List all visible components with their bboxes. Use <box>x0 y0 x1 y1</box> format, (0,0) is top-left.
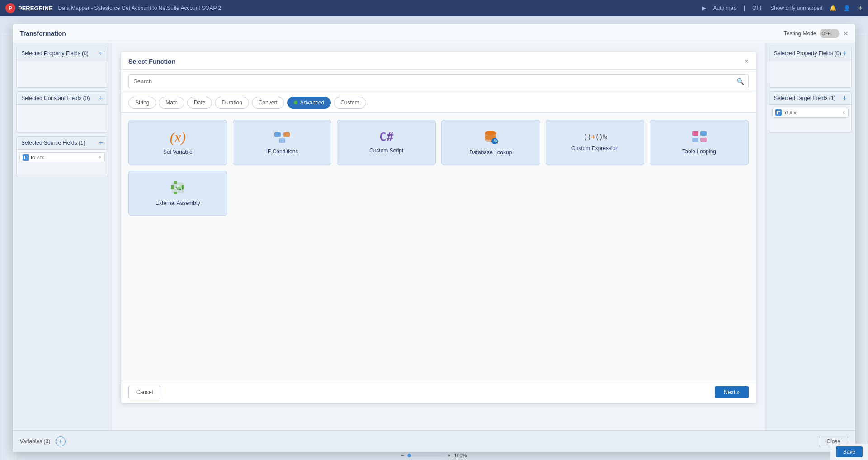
logo-text: PEREGRINE <box>18 5 53 12</box>
set-variable-icon: (x) <box>170 130 186 144</box>
sf-search-input[interactable] <box>128 74 749 88</box>
tab-advanced-dot <box>294 101 297 104</box>
svg-rect-22 <box>777 111 778 114</box>
svg-rect-0 <box>24 156 25 159</box>
card-if-conditions[interactable]: IF Conditions <box>233 120 332 165</box>
variables-add-button[interactable]: + <box>56 436 66 446</box>
left-source-fields-add-button[interactable]: + <box>99 139 103 147</box>
transformation-footer: Variables (0) + Close <box>13 430 855 452</box>
sf-search-row: 🔍 <box>121 70 756 93</box>
external-assembly-icon: .NET <box>170 180 185 195</box>
target-field-type-label: Abc <box>789 110 797 115</box>
top-bar-right: ▶ Auto map | OFF Show only unmapped 🔔 👤 … <box>702 4 863 13</box>
tab-convert[interactable]: Convert <box>252 97 284 109</box>
left-constant-fields-header: Selected Constant Fields (0) + <box>17 92 108 105</box>
table-looping-label: Table Looping <box>682 148 716 155</box>
show-unmapped-button[interactable]: Show only unmapped <box>770 5 822 11</box>
transformation-panel: Transformation Testing Mode OFF × Select… <box>13 24 855 452</box>
tab-duration[interactable]: Duration <box>215 97 249 109</box>
tab-math[interactable]: Math <box>159 97 184 109</box>
svg-rect-14 <box>692 138 698 142</box>
right-property-fields-add-button[interactable]: + <box>843 50 847 57</box>
play-icon[interactable]: ▶ <box>702 5 706 11</box>
plus-button[interactable]: + <box>858 4 863 13</box>
main-area: Transformation Testing Mode OFF × Select… <box>0 16 868 460</box>
sf-header: Select Function × <box>121 52 756 70</box>
sf-search-wrap: 🔍 <box>128 74 749 88</box>
testing-mode-label: Testing Mode <box>784 30 816 37</box>
target-field-chip-id[interactable]: Id Abc × <box>772 108 849 118</box>
tab-date[interactable]: Date <box>187 97 212 109</box>
card-set-variable[interactable]: (x) Set Variable <box>128 120 227 165</box>
left-constant-fields-body <box>17 105 108 132</box>
left-constant-fields-section: Selected Constant Fields (0) + <box>16 91 108 133</box>
bell-icon[interactable]: 🔔 <box>830 5 836 11</box>
tab-advanced[interactable]: Advanced <box>287 97 331 109</box>
zoom-slider[interactable] <box>408 455 444 456</box>
left-property-fields-header: Selected Property Fields (0) + <box>17 47 108 60</box>
tab-custom[interactable]: Custom <box>334 97 366 109</box>
right-target-fields-section: Selected Target Fields (1) + Id Abc × <box>769 91 852 133</box>
source-field-type-label: Abc <box>37 155 44 160</box>
zoom-plus-button[interactable]: + <box>448 453 450 458</box>
transformation-header: Transformation Testing Mode OFF × <box>13 24 855 43</box>
save-button[interactable]: Save <box>836 446 863 457</box>
left-property-fields-add-button[interactable]: + <box>99 50 103 57</box>
cancel-button[interactable]: Cancel <box>128 386 160 398</box>
svg-rect-23 <box>778 111 780 112</box>
next-button[interactable]: Next » <box>715 386 749 398</box>
right-sidebar: Selected Property Fields (0) + Selected … <box>765 43 855 430</box>
card-table-looping[interactable]: Table Looping <box>650 120 749 165</box>
tab-convert-label: Convert <box>259 100 278 106</box>
left-source-fields-section: Selected Source Fields (1) + Id Abc × <box>16 136 108 177</box>
sf-cards-grid: (x) Set Variable <box>121 113 756 381</box>
svg-text:.NET: .NET <box>175 186 184 190</box>
card-database-lookup[interactable]: 🔍 Database Lookup <box>441 120 540 165</box>
if-conditions-label: IF Conditions <box>266 148 298 155</box>
source-field-icon <box>23 154 29 161</box>
set-variable-label: Set Variable <box>163 149 192 155</box>
source-field-chip-id[interactable]: Id Abc × <box>19 152 105 162</box>
right-target-fields-add-button[interactable]: + <box>843 95 847 102</box>
variables-label: Variables (0) <box>20 438 50 445</box>
tab-duration-label: Duration <box>222 100 242 106</box>
top-bar: P PEREGRINE Data Mapper - Salesforce Get… <box>0 0 868 16</box>
tab-math-label: Math <box>165 100 178 106</box>
zoom-minus-button[interactable]: − <box>401 453 404 458</box>
svg-rect-4 <box>279 138 285 143</box>
if-conditions-icon <box>274 130 290 144</box>
source-field-delete-button[interactable]: × <box>99 154 102 161</box>
svg-rect-17 <box>174 181 177 184</box>
svg-rect-18 <box>174 192 177 194</box>
toggle-off-label: OFF <box>820 31 830 36</box>
logo-area: P PEREGRINE <box>5 3 53 13</box>
target-field-icon <box>775 109 782 116</box>
sf-close-button[interactable]: × <box>745 57 749 66</box>
automap-button[interactable]: Auto map <box>713 5 736 11</box>
right-target-fields-header: Selected Target Fields (1) + <box>769 92 851 105</box>
sf-title: Select Function <box>128 58 175 65</box>
card-external-assembly[interactable]: .NET External Assembly <box>128 171 227 216</box>
card-custom-expression[interactable]: ()+()% Custom Expression <box>546 120 645 165</box>
left-property-fields-section: Selected Property Fields (0) + <box>16 47 108 88</box>
left-constant-fields-label: Selected Constant Fields (0) <box>21 95 90 101</box>
user-icon[interactable]: 👤 <box>844 5 850 11</box>
right-property-fields-label: Selected Property Fields (0) <box>774 50 841 57</box>
right-target-fields-label: Selected Target Fields (1) <box>774 95 836 101</box>
sf-tabs: String Math Date Duration Convert Advanc… <box>121 93 756 113</box>
target-field-delete-button[interactable]: × <box>842 109 845 116</box>
transformation-close-button[interactable]: × <box>843 29 848 38</box>
card-custom-script[interactable]: C# Custom Script <box>337 120 436 165</box>
logo-icon: P <box>5 3 15 13</box>
toggle-indicator: | <box>744 5 745 11</box>
toggle-off-button[interactable]: OFF <box>752 5 763 11</box>
tab-date-label: Date <box>194 100 205 106</box>
testing-mode-toggle[interactable]: OFF <box>820 29 840 38</box>
zoom-percentage: 100% <box>454 453 467 458</box>
tab-string[interactable]: String <box>128 97 156 109</box>
database-lookup-label: Database Lookup <box>469 149 512 156</box>
custom-script-label: Custom Script <box>369 147 403 154</box>
database-lookup-icon: 🔍 <box>483 129 498 145</box>
left-constant-fields-add-button[interactable]: + <box>99 95 103 102</box>
svg-rect-15 <box>700 138 707 142</box>
